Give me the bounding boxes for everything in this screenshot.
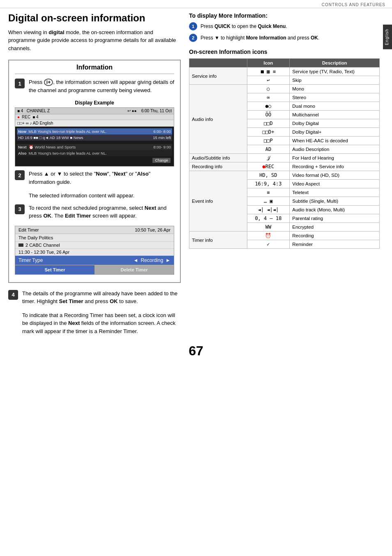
display-box: ■ 4 CHANNEL Z ↩ ●● 6:00 Thu, 11 Oct ●REC… [15,107,174,167]
step-2-num: 2 [15,170,25,180]
also-label: Also MLB Young's two-run triple leads AL… [18,151,107,155]
main-content: Digital on-screen information When viewi… [0,8,392,339]
edit-timer-title: Edit Timer [18,227,39,232]
change-button[interactable]: Change [152,158,171,163]
to-display-title: To display More Information: [189,12,380,19]
quick-step-2-num: 2 [189,34,197,42]
display-top-left: ■ 4 CHANNEL Z [17,109,50,113]
icon-subtitle: … ▣ [247,197,290,206]
set-timer-button[interactable]: Set Timer [15,265,95,274]
step-3: 3 To record the next scheduled programme… [15,204,174,220]
page-number: 67 [0,339,392,361]
timer-buttons: Set Timer Delete Timer [15,265,174,274]
step-4-num: 4 [8,290,18,300]
left-column: Digital on-screen information When viewi… [8,12,181,335]
display-box-row3: □□+ ∞ ♪ AD English [15,120,174,127]
step-2: 2 Press ▲ or ▼ to select the "Now", "Nex… [15,170,174,186]
icon-rec: ●REC [247,162,290,171]
edit-timer-box: Edit Timer 10:50 Tue, 26 Apr The Daily P… [15,226,174,275]
desc-hd-sd: Video format (HD, SD) [290,171,380,180]
rec-label: REC [22,115,30,119]
step-4: 4 The details of the programme will alre… [8,290,181,306]
rec-dot: ● [17,115,20,119]
icon-encrypted: WW [247,223,290,232]
display-example-label: Display Example [15,100,174,106]
category-timer-info: Timer info [189,232,247,249]
desc-dolby-digital: Dolby Digital [290,119,380,128]
info-box-title: Information [15,64,174,74]
timer-arrow-left[interactable]: ◄ [134,257,138,263]
icon-audio-track: ◄| ◄|◄| [247,206,290,214]
table-row: Recording info ●REC Recording + Service … [189,162,380,171]
icon-multichannel: ÖÖ [247,111,290,119]
desc-service-type: Service type (TV, Radio, Text) [290,67,380,76]
table-row: Event info HD, SD Video format (HD, SD) [189,171,380,180]
now-info-row: HD 16:9 ■■ □ q◄ AD 18 WW ■ News 15 min l… [17,134,172,141]
desc-parental: Parental rating [290,214,380,223]
onscreen-title: On-screen Information icons [189,49,380,55]
desc-reminder: Reminder [290,240,380,249]
information-box: Information 1 Press i+, the information … [8,60,181,283]
col-header-icon: Icon [247,59,290,67]
quick-step-1-num: 1 [189,22,197,30]
desc-audio-track: Audio track (Mono, Multi) [290,206,380,214]
top-bar: CONTROLS AND FEATURES [0,0,392,8]
icon-recording-timer: ⏰ [247,232,290,240]
step-4-note: To indicate that a Recording Timer has b… [22,311,181,336]
icon-heaac: □□P [247,137,290,145]
display-box-body: Now MLB Young's two-run triple leads AL … [15,127,174,166]
table-row: Service info ■ ▦ ≡ Service type (TV, Rad… [189,67,380,76]
desc-encrypted: Encrypted [290,223,380,232]
icon-dolby-digital: □□D [247,119,290,128]
col-header-category [189,59,247,67]
display-icons: □□+ ∞ ♪ AD English [17,121,53,125]
now-info: HD 16:9 ■■ □ q◄ AD 18 WW ■ News [18,135,83,140]
step-3-text: To record the next scheduled programme, … [29,204,174,220]
delete-timer-button[interactable]: Delete Timer [95,265,174,274]
also-row: Also MLB Young's two-run triple leads AL… [17,150,172,156]
category-recording-info: Recording info [189,162,247,171]
icon-table: Icon Description Service info ■ ▦ ≡ Serv… [189,58,380,249]
desc-recording-timer: Recording [290,232,380,240]
icon-stereo: ∞ [247,93,290,102]
now-remaining: 15 min left [153,135,171,140]
quick-step-1-text: Press QUICK to open the Quick Menu. [201,22,287,30]
channel-icon [18,243,23,247]
step-2-note: The selected information content will ap… [29,192,174,200]
next-label: Next ⏰ World News and Sports [18,145,76,149]
step-4-text: The details of the programme will alread… [22,290,181,306]
icon-mono: ○ [247,85,290,93]
icon-hard-of-hearing: 𝒥 [247,154,290,162]
timer-type-value: Recording [141,257,163,263]
desc-multichannel: Multichannel [290,111,380,119]
edit-timer-channel: 2 CABC Channel [15,242,174,249]
desc-heaac: When HE-AAC is decoded [290,137,380,145]
icon-audio-desc: AD [247,145,290,154]
timer-type-row: Timer Type ◄ Recording ► [15,256,174,265]
now-row: Now MLB Young's two-run triple leads AL … [17,128,172,134]
quick-step-2-text: Press ▼ to highlight More Information an… [201,34,319,42]
top-bar-text: CONTROLS AND FEATURES [322,2,385,7]
icon-hd-sd: HD, SD [247,171,290,180]
page-intro: When viewing in digital mode, the on-scr… [8,28,181,53]
edit-timer-timerange: 11:30 - 12:30 Tue, 26 Apr [15,249,174,256]
icon-aspect: 16:9, 4:3 [247,180,290,188]
table-row: Timer info ⏰ Recording [189,232,380,240]
desc-mono: Mono [290,85,380,93]
page-title: Digital on-screen information [8,12,181,24]
side-tab: English [383,25,392,49]
step-1-text: Press i+, the information screen will ap… [29,78,174,94]
table-row: Audio/Subtitle info 𝒥 For Hard of Hearin… [189,154,380,162]
quick-steps: 1 Press QUICK to open the Quick Menu. 2 … [189,22,380,42]
timer-arrow-right[interactable]: ► [166,257,171,263]
quick-step-1: 1 Press QUICK to open the Quick Menu. [189,22,380,30]
table-row: Audio info ○ Mono [189,85,380,93]
col-header-description: Description [290,59,380,67]
desc-hard-of-hearing: For Hard of Hearing [290,154,380,162]
category-service-info: Service info [189,67,247,85]
timer-type-arrows: ◄ Recording ► [134,257,171,263]
icon-dual-mono: ●○ [247,102,290,111]
edit-timer-header: Edit Timer 10:50 Tue, 26 Apr [15,226,174,234]
icon-skip: ↩ [247,76,290,85]
desc-rec: Recording + Service info [290,162,380,171]
